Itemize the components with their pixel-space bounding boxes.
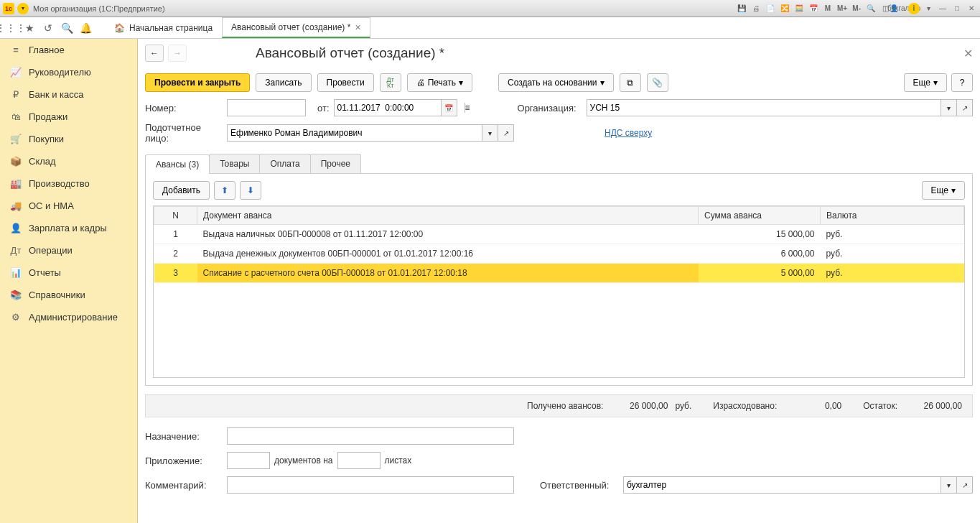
purpose-input[interactable] [227, 427, 514, 445]
tab-start-page[interactable]: 🏠 Начальная страница [105, 17, 222, 38]
number-label: Номер: [145, 103, 223, 114]
sidebar-item-reports[interactable]: 📊Отчеты [0, 262, 137, 284]
maximize-icon[interactable]: □ [951, 3, 963, 14]
summary-bar: Получено авансов: 26 000,00 руб. Израсхо… [145, 394, 973, 417]
sidebar-item-production[interactable]: 🏭Производство [0, 172, 137, 195]
close-window-icon[interactable]: ✕ [966, 3, 977, 14]
factory-icon: 🏭 [10, 178, 22, 189]
structure-button[interactable]: ⧉ [620, 73, 641, 92]
move-down-button[interactable]: ⬇ [240, 181, 261, 200]
doc-icon[interactable]: 📄 [765, 3, 776, 14]
tab-goods[interactable]: Товары [209, 154, 260, 173]
attach-button[interactable]: 📎 [647, 73, 668, 92]
org-dropdown-icon[interactable]: ▾ [941, 99, 957, 116]
process-button[interactable]: Провести [317, 73, 374, 92]
sidebar-item-purchases[interactable]: 🛒Покупки [0, 128, 137, 150]
search-icon[interactable]: 🔍 [60, 22, 73, 34]
org-label: Организация: [518, 103, 582, 114]
sidebar-item-sales[interactable]: 🛍Продажи [0, 106, 137, 128]
tab-payment[interactable]: Оплата [259, 154, 310, 173]
chart-icon: 📈 [10, 67, 22, 78]
attach-mid-label: документов на [274, 455, 333, 466]
window-title: Моя организация (1С:Предприятие) [33, 4, 165, 13]
page-close-icon[interactable]: ✕ [963, 47, 973, 60]
more-button[interactable]: Еще ▾ [904, 73, 947, 92]
home-icon: 🏠 [114, 23, 125, 33]
print-button[interactable]: 🖨 Печать ▾ [407, 73, 472, 92]
dropdown-icon[interactable]: ▾ [923, 3, 934, 14]
cart-icon: 🛒 [10, 134, 22, 144]
user-label[interactable]: 👤 бухгалтер [894, 3, 905, 14]
sidebar-item-bank[interactable]: ₽Банк и касса [0, 83, 137, 106]
dtkt-button[interactable]: ДтКт [380, 73, 401, 92]
sidebar-item-manager[interactable]: 📈Руководителю [0, 61, 137, 83]
page-title: Авансовый отчет (создание) * [256, 45, 444, 61]
nds-link[interactable]: НДС сверху [605, 128, 652, 138]
sidebar-item-warehouse[interactable]: 📦Склад [0, 150, 137, 172]
m-button[interactable]: M [822, 3, 834, 14]
dtkt-icon: Дт [10, 245, 22, 256]
person-open-icon[interactable]: ↗ [498, 124, 514, 142]
person-input[interactable] [227, 124, 482, 142]
org-open-icon[interactable]: ↗ [957, 99, 973, 116]
date-input[interactable] [334, 99, 442, 116]
create-based-button[interactable]: Создать на основании ▾ [498, 73, 614, 92]
date-extra-button[interactable]: ≡ [465, 103, 470, 113]
received-value: 26 000,00 [610, 401, 668, 411]
app-logo-icon: 1c [3, 3, 14, 14]
attach-pages-input[interactable] [337, 452, 381, 469]
bell-icon[interactable]: 🔔 [79, 22, 92, 34]
app-menu-dropdown[interactable]: ▾ [17, 3, 29, 14]
save-icon[interactable]: 💾 [736, 3, 747, 14]
history-icon[interactable]: ↺ [42, 22, 55, 34]
compare-icon[interactable]: 🔀 [779, 3, 790, 14]
nav-forward-button[interactable]: → [168, 45, 187, 62]
print-icon[interactable]: 🖨 [750, 3, 762, 14]
star-icon[interactable]: ★ [23, 22, 36, 34]
process-close-button[interactable]: Провести и закрыть [145, 73, 250, 92]
number-input[interactable] [227, 99, 306, 116]
calendar-picker-icon[interactable]: 📅 [442, 99, 457, 116]
org-input[interactable] [587, 99, 941, 116]
sidebar-item-hr[interactable]: 👤Зарплата и кадры [0, 217, 137, 239]
resp-label: Ответственный: [540, 480, 619, 491]
tab-close-icon[interactable]: ✕ [355, 23, 361, 32]
document-tabs: Авансы (3) Товары Оплата Прочее [145, 154, 973, 174]
move-up-button[interactable]: ⬆ [214, 181, 235, 200]
table-row-selected[interactable]: 3 Списание с расчетного счета 00БП-00001… [154, 264, 964, 283]
sidebar-item-admin[interactable]: ⚙Администрирование [0, 306, 137, 328]
sidebar-item-operations[interactable]: ДтОперации [0, 239, 137, 262]
save-button[interactable]: Записать [256, 73, 311, 92]
m-minus-button[interactable]: M- [851, 3, 862, 14]
sidebar-item-directories[interactable]: 📚Справочники [0, 284, 137, 306]
m-plus-button[interactable]: M+ [836, 3, 848, 14]
info-icon[interactable]: i [908, 3, 920, 14]
calendar-icon[interactable]: 📅 [808, 3, 819, 14]
tab-advance-report[interactable]: Авансовый отчет (создание) * ✕ [222, 17, 370, 38]
balance-label: Остаток: [863, 401, 897, 411]
resp-input[interactable] [623, 476, 941, 494]
zoom-icon[interactable]: 🔍 [865, 3, 877, 14]
comment-label: Комментарий: [145, 480, 223, 491]
attach-docs-input[interactable] [227, 452, 270, 469]
resp-open-icon[interactable]: ↗ [957, 476, 973, 494]
tab-other[interactable]: Прочее [310, 154, 361, 173]
sidebar-item-main[interactable]: ≡Главное [0, 39, 137, 61]
tab-advances[interactable]: Авансы (3) [145, 154, 210, 174]
calc-icon[interactable]: 🧮 [793, 3, 805, 14]
table-row[interactable]: 1 Выдача наличных 00БП-000008 от 01.11.2… [154, 225, 964, 244]
add-row-button[interactable]: Добавить [153, 181, 210, 200]
person-dropdown-icon[interactable]: ▾ [482, 124, 498, 142]
table-row[interactable]: 2 Выдача денежных документов 00БП-000001… [154, 244, 964, 264]
grid-more-button[interactable]: Еще ▾ [922, 181, 965, 200]
apps-icon[interactable]: ⋮⋮⋮ [4, 22, 17, 34]
nav-back-button[interactable]: ← [145, 45, 164, 62]
resp-dropdown-icon[interactable]: ▾ [941, 476, 957, 494]
col-cur: Валюта [821, 207, 964, 225]
advances-table: N Документ аванса Сумма аванса Валюта 1 … [154, 206, 964, 283]
minimize-icon[interactable]: — [937, 3, 948, 14]
help-button[interactable]: ? [951, 73, 973, 92]
from-label: от: [317, 103, 330, 114]
comment-input[interactable] [227, 476, 514, 494]
sidebar-item-assets[interactable]: 🚚ОС и НМА [0, 195, 137, 217]
